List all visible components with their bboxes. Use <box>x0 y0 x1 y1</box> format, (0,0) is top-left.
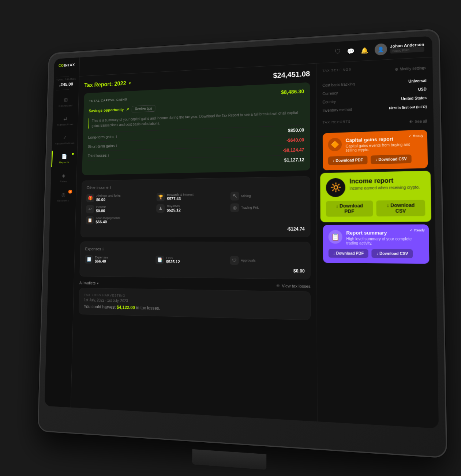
capital-gains-report-icon: 🔶 <box>328 138 342 151</box>
sidebar-item-rates[interactable]: ◈ Rates <box>51 169 77 186</box>
report-desc: Capital gains events from buying and sel… <box>346 142 422 152</box>
income-item-mining: ⛏ Mining <box>230 191 304 201</box>
sidebar-item-accounts[interactable]: ◎ Accounts 2 <box>50 188 76 205</box>
report-info: Report summary High level summary of you… <box>346 230 423 245</box>
rewards-icon: 🏆 <box>157 193 165 202</box>
income-info: Trading PnL <box>241 206 259 209</box>
right-panel: TAX SETTINGS ⚙ Modify settings Cost basi… <box>316 57 439 428</box>
rates-icon: ◈ <box>60 172 67 179</box>
avatar: 👤 <box>374 43 387 56</box>
income-icon: ↩ <box>86 205 94 213</box>
accounts-icon: ◎ <box>60 191 67 198</box>
tax-reports-title: TAX REPORTS <box>323 120 351 124</box>
report-actions: ↓ Download PDF ↓ Download CSV <box>328 154 422 165</box>
income-value: $0.00 <box>96 209 106 213</box>
shield-icon[interactable]: 🛡 <box>335 48 341 55</box>
all-wallets-button[interactable]: All wallets ▾ <box>79 281 99 285</box>
reconciliations-icon: ✓ <box>61 134 68 141</box>
gains-value: $1,127.12 <box>284 157 304 163</box>
report-card-header: 📋 Report summary High level summary of y… <box>328 230 423 245</box>
report-card-capital-gains: ✓ Ready 🔶 Capital gains report Capital g… <box>323 130 428 170</box>
savings-label: Savings opportunity ↗ <box>89 107 129 114</box>
income-value: $525.12 <box>166 260 180 264</box>
user-details: Johan Anderson Basic Plan <box>390 42 424 54</box>
income-section-title: Other income ℹ <box>87 182 305 190</box>
expenses-section-title: Expenses ℹ <box>85 247 305 252</box>
report-title: Report summary <box>346 230 423 236</box>
income-name: Royalties <box>167 204 181 208</box>
settings-key: Inventory method <box>323 107 352 112</box>
income-name: Income <box>96 205 106 209</box>
download-csv-button[interactable]: ↓ Download CSV <box>376 200 425 216</box>
income-value: $66.40 <box>95 259 108 263</box>
download-pdf-button[interactable]: ↓ Download PDF <box>326 201 373 217</box>
fees-item: 📑 Fees $525.12 <box>155 256 227 265</box>
report-desc: High level summary of your complete trad… <box>346 237 423 245</box>
sidebar-label: Dashboard <box>57 104 74 108</box>
tax-settings-title: TAX SETTINGS <box>322 67 351 72</box>
income-info: Fees $525.12 <box>166 256 180 264</box>
report-card-income: 🔆 Income report Income earned when recei… <box>320 171 431 222</box>
user-name: Johan Anderson <box>390 42 424 49</box>
settings-key: Country <box>322 100 336 104</box>
download-csv-button[interactable]: ↓ Download CSV <box>372 249 413 258</box>
income-item-rewards: 🏆 Rewards & interest $577.43 <box>157 192 228 201</box>
income-info: Expenses $66.40 <box>95 256 108 263</box>
info-icon: ℹ <box>116 144 117 148</box>
settings-row-currency: Currency USD <box>322 85 427 98</box>
monitor-base <box>192 449 266 470</box>
summary-report-icon: 📋 <box>328 230 342 243</box>
tax-settings-section: TAX SETTINGS ⚙ Modify settings Cost basi… <box>322 64 427 115</box>
income-value: $577.43 <box>167 196 194 201</box>
sidebar-item-reports[interactable]: 📄 Reports <box>51 150 77 167</box>
settings-row-country: Country United States <box>322 93 427 106</box>
capital-gains-card: TOTAL CAPITAL GAINS $8,486.30 Savings op… <box>82 82 310 175</box>
wallets-row: All wallets ▾ 👁 View tax losses <box>79 281 311 289</box>
report-title: Income report <box>349 176 420 185</box>
sidebar-item-transactions[interactable]: ⇄ Transactions <box>52 112 78 129</box>
expenses-section: Expenses ℹ 🧾 Expenses $66.4 <box>79 242 310 280</box>
gains-value: -$640.00 <box>286 137 304 143</box>
sidebar-item-reconciliations[interactable]: ✓ Reconciliations <box>52 131 78 148</box>
report-desc: Income earned when receiving crypto. <box>349 185 420 190</box>
income-info: Approvals <box>241 259 255 262</box>
income-item-royalties: ♟ Royalties $525.12 <box>156 204 227 213</box>
review-tips-button[interactable]: Review tips <box>132 105 155 113</box>
income-value: $525.12 <box>167 208 181 212</box>
gains-value: $850.00 <box>288 127 304 133</box>
main-content: 🛡 💬 🔔 👤 Johan Anderson Basic Plan <box>71 36 439 428</box>
reports-icon: 📄 <box>61 153 68 160</box>
expense-item: 🧾 Expenses $66.40 <box>85 255 153 264</box>
download-pdf-button[interactable]: ↓ Download PDF <box>329 249 368 258</box>
left-panel: Tax Report: 2022 ▾ $24,451.08 <box>71 64 317 421</box>
report-actions: ↓ Download PDF ↓ Download CSV <box>329 249 424 258</box>
sidebar-item-dashboard[interactable]: ⊞ Dashboard <box>53 93 79 111</box>
income-section: Other income ℹ 🎁 Airdrops and forks <box>80 176 310 237</box>
bell-icon[interactable]: 🔔 <box>360 47 368 54</box>
year-dropdown-icon[interactable]: ▾ <box>129 81 131 85</box>
income-info: Royalties $525.12 <box>167 204 181 212</box>
info-icon: ℹ <box>116 134 117 138</box>
settings-key: Cost basis tracking <box>322 82 355 88</box>
settings-key: Currency <box>322 91 338 96</box>
airdrops-icon: 🎁 <box>86 194 94 202</box>
download-csv-button[interactable]: ↓ Download CSV <box>371 155 412 164</box>
report-title: Capital gains report <box>346 135 422 143</box>
see-all-button[interactable]: 👁 See all <box>409 119 427 124</box>
settings-value: Universal <box>408 78 426 83</box>
report-info: Income report Income earned when receivi… <box>349 176 420 190</box>
income-info: Income $0.00 <box>96 205 106 213</box>
content-area: Tax Report: 2022 ▾ $24,451.08 <box>71 57 439 428</box>
app-logo: COINTAX <box>56 63 78 68</box>
expenses-icon: 🧾 <box>85 255 93 264</box>
chat-icon[interactable]: 💬 <box>347 48 355 55</box>
sidebar-label: Reconciliations <box>53 142 76 145</box>
view-tax-losses-button[interactable]: 👁 View tax losses <box>276 283 311 289</box>
download-pdf-button[interactable]: ↓ Download PDF <box>328 156 368 165</box>
income-name: Fees <box>166 256 180 260</box>
sidebar-label: Reports <box>58 161 71 164</box>
expenses-grid: 🧾 Expenses $66.40 📑 <box>85 255 305 265</box>
modify-settings-button[interactable]: ⚙ Modify settings <box>395 66 426 71</box>
report-actions: ↓ Download PDF ↓ Download CSV <box>326 200 426 217</box>
income-item-trading: ◎ Trading PnL <box>230 202 304 212</box>
